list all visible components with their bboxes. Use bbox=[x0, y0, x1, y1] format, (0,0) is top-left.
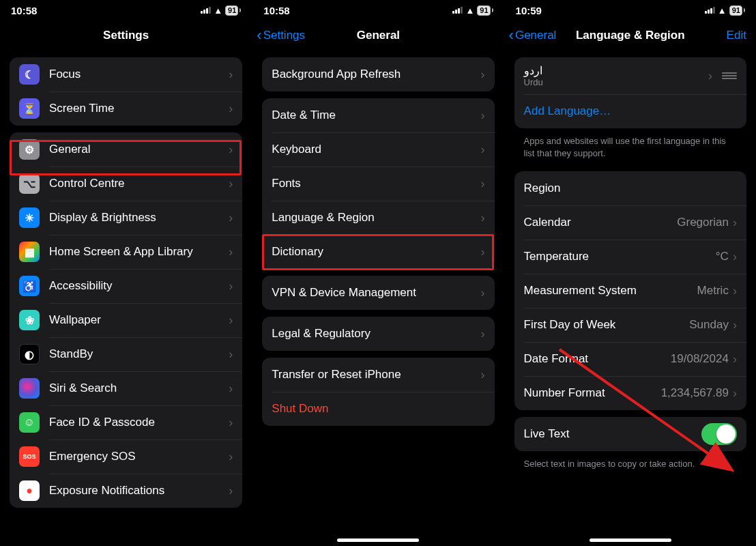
nav-bar: Settings bbox=[0, 20, 252, 51]
chevron-right-icon: › bbox=[481, 68, 485, 82]
settings-row-home-screen-app-library[interactable]: ▦Home Screen & App Library› bbox=[10, 235, 242, 269]
reorder-handle-icon[interactable] bbox=[722, 72, 737, 79]
settings-row-siri-search[interactable]: Siri & Search› bbox=[10, 371, 242, 405]
status-right: ▲ 91 bbox=[705, 5, 745, 16]
row-label: StandBy bbox=[49, 347, 229, 361]
chevron-right-icon: › bbox=[229, 382, 233, 396]
chevron-right-icon: › bbox=[229, 68, 233, 82]
row-label: Screen Time bbox=[49, 102, 229, 115]
row-legal-regulatory[interactable]: Legal & Regulatory› bbox=[262, 317, 494, 351]
standby-icon: ◐ bbox=[19, 344, 40, 364]
home-indicator[interactable] bbox=[337, 538, 419, 542]
screen-settings: 10:58 ▲ 91 Settings ☾Focus›⏳Screen Time›… bbox=[0, 0, 252, 546]
row-measurement-system[interactable]: Measurement SystemMetric› bbox=[514, 274, 746, 308]
siri-icon bbox=[19, 378, 40, 399]
row-fonts[interactable]: Fonts› bbox=[262, 167, 494, 201]
status-time: 10:59 bbox=[516, 5, 542, 16]
row-keyboard[interactable]: Keyboard› bbox=[262, 132, 494, 167]
row-label: Wallpaper bbox=[49, 313, 229, 327]
settings-row-standby[interactable]: ◐StandBy› bbox=[10, 337, 242, 371]
general-group-5: Transfer or Reset iPhone›Shut Down bbox=[262, 358, 494, 426]
add-language-button[interactable]: Add Language… bbox=[514, 94, 746, 128]
back-button[interactable]: ‹ Settings bbox=[257, 29, 305, 42]
chevron-right-icon: › bbox=[481, 143, 485, 157]
settings-row-general[interactable]: ⚙General› bbox=[10, 132, 242, 167]
chevron-right-icon: › bbox=[481, 245, 485, 259]
language-native: اردو bbox=[524, 64, 708, 77]
chevron-right-icon: › bbox=[229, 177, 233, 191]
row-label: Language & Region bbox=[272, 211, 480, 225]
row-value: Sunday bbox=[689, 318, 729, 332]
back-label: General bbox=[515, 29, 556, 42]
settings-row-screen-time[interactable]: ⏳Screen Time› bbox=[10, 91, 242, 126]
row-label: First Day of Week bbox=[524, 318, 690, 332]
row-dictionary[interactable]: Dictionary› bbox=[262, 235, 494, 269]
edit-button[interactable]: Edit bbox=[727, 29, 746, 42]
signal-icon bbox=[452, 7, 463, 14]
row-label: Focus bbox=[49, 68, 229, 81]
row-vpn-device-management[interactable]: VPN & Device Management› bbox=[262, 276, 494, 310]
settings-row-accessibility[interactable]: ♿Accessibility› bbox=[10, 269, 242, 303]
battery-icon: 91 bbox=[477, 5, 493, 16]
hourglass-icon: ⏳ bbox=[19, 98, 40, 119]
chevron-right-icon: › bbox=[229, 450, 233, 464]
chevron-right-icon: › bbox=[229, 102, 233, 116]
row-date-format[interactable]: Date Format19/08/2024› bbox=[514, 342, 746, 376]
nav-bar: ‹ General Language & Region Edit bbox=[505, 20, 756, 51]
row-label: Shut Down bbox=[272, 402, 484, 416]
row-temperature[interactable]: Temperature°C› bbox=[514, 240, 746, 274]
general-group-1: Background App Refresh› bbox=[262, 57, 494, 91]
settings-row-face-id-passcode[interactable]: ☺Face ID & Passcode› bbox=[10, 405, 242, 440]
row-label: Display & Brightness bbox=[49, 211, 229, 225]
live-text-toggle[interactable] bbox=[701, 423, 737, 445]
exposure-icon: ● bbox=[19, 480, 40, 501]
settings-row-focus[interactable]: ☾Focus› bbox=[10, 57, 242, 91]
status-time: 10:58 bbox=[11, 5, 37, 16]
row-label: Emergency SOS bbox=[49, 450, 229, 463]
chevron-right-icon: › bbox=[229, 279, 233, 293]
row-shut-down[interactable]: Shut Down bbox=[262, 392, 494, 426]
screen-general: 10:58 ▲ 91 ‹ Settings General Background… bbox=[252, 0, 504, 546]
sos-icon: SOS bbox=[19, 446, 40, 467]
moon-icon: ☾ bbox=[19, 64, 40, 85]
status-time: 10:58 bbox=[263, 5, 289, 16]
battery-icon: 91 bbox=[729, 5, 745, 16]
row-date-time[interactable]: Date & Time› bbox=[262, 98, 494, 132]
row-value: Metric bbox=[697, 284, 729, 298]
settings-row-exposure-notifications[interactable]: ●Exposure Notifications› bbox=[10, 474, 242, 508]
status-right: ▲ 91 bbox=[201, 5, 241, 16]
settings-row-wallpaper[interactable]: ❀Wallpaper› bbox=[10, 303, 242, 337]
general-group-2: Date & Time›Keyboard›Fonts›Language & Re… bbox=[262, 98, 494, 269]
home-indicator[interactable] bbox=[590, 538, 671, 542]
row-label: Accessibility bbox=[49, 279, 229, 293]
row-value: Gregorian bbox=[677, 216, 729, 229]
page-title: Language & Region bbox=[576, 29, 685, 42]
row-label: Region bbox=[524, 182, 733, 195]
settings-row-control-centre[interactable]: ⌥Control Centre› bbox=[10, 167, 242, 201]
chevron-right-icon: › bbox=[229, 245, 233, 259]
chevron-right-icon: › bbox=[708, 69, 712, 83]
back-button[interactable]: ‹ General bbox=[509, 29, 557, 42]
row-language-region[interactable]: Language & Region› bbox=[262, 201, 494, 235]
language-row-urdu[interactable]: اردو Urdu › bbox=[514, 57, 746, 94]
settings-row-display-brightness[interactable]: ☀Display & Brightness› bbox=[10, 201, 242, 235]
row-number-format[interactable]: Number Format1,234,567.89› bbox=[514, 376, 746, 410]
wifi-icon: ▲ bbox=[214, 5, 222, 16]
battery-icon: 91 bbox=[225, 5, 241, 16]
chevron-right-icon: › bbox=[481, 368, 485, 382]
live-text-row: Live Text bbox=[514, 417, 746, 451]
row-label: Fonts bbox=[272, 177, 480, 190]
row-transfer-or-reset-iphone[interactable]: Transfer or Reset iPhone› bbox=[262, 358, 494, 392]
row-background-app-refresh[interactable]: Background App Refresh› bbox=[262, 57, 494, 91]
live-text-group: Live Text bbox=[514, 417, 746, 451]
chevron-right-icon: › bbox=[229, 143, 233, 157]
row-label: Dictionary bbox=[272, 245, 480, 259]
nav-bar: ‹ Settings General bbox=[252, 20, 504, 51]
back-label: Settings bbox=[263, 29, 305, 42]
row-value: °C bbox=[716, 250, 729, 263]
row-calendar[interactable]: CalendarGregorian› bbox=[514, 205, 746, 240]
row-label: Exposure Notifications bbox=[49, 484, 229, 498]
row-label: Date Format bbox=[524, 352, 671, 366]
settings-row-emergency-sos[interactable]: SOSEmergency SOS› bbox=[10, 440, 242, 474]
row-first-day-of-week[interactable]: First Day of WeekSunday› bbox=[514, 308, 746, 342]
